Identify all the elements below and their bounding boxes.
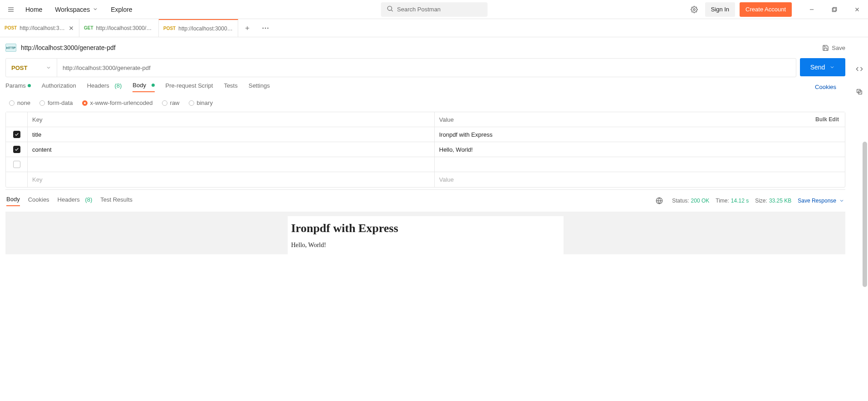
settings-icon[interactable] bbox=[688, 3, 701, 16]
send-label: Send bbox=[810, 64, 825, 71]
topbar-right: Sign In Create Account bbox=[688, 2, 863, 17]
close-icon[interactable] bbox=[68, 25, 74, 31]
more-tabs-icon[interactable] bbox=[256, 19, 275, 37]
tab-tests[interactable]: Tests bbox=[224, 82, 237, 92]
tab-headers[interactable]: Headers (8) bbox=[87, 82, 122, 92]
kv-key-placeholder[interactable]: Key bbox=[28, 172, 435, 187]
resp-tab-tests[interactable]: Test Results bbox=[100, 196, 132, 206]
tab-settings[interactable]: Settings bbox=[249, 82, 270, 92]
time-badge: Time:14.12 s bbox=[716, 198, 749, 204]
tab-authorization[interactable]: Authorization bbox=[42, 82, 76, 92]
save-label: Save bbox=[832, 45, 845, 51]
chevron-down-icon bbox=[829, 64, 835, 70]
scrollbar[interactable] bbox=[863, 142, 867, 287]
table-row-new: Key Value bbox=[6, 172, 845, 187]
nav-workspaces-label: Workspaces bbox=[55, 6, 90, 13]
kv-value-input[interactable]: Ironpdf with Express bbox=[435, 127, 845, 142]
svg-point-16 bbox=[265, 27, 266, 29]
kv-key-input[interactable] bbox=[28, 157, 435, 172]
bulk-edit-button[interactable]: Bulk Edit bbox=[811, 112, 845, 127]
minimize-icon[interactable] bbox=[805, 3, 818, 16]
kv-value-placeholder[interactable]: Value bbox=[435, 172, 845, 187]
kv-header-row: Key Value Bulk Edit bbox=[6, 112, 845, 127]
svg-rect-7 bbox=[833, 7, 837, 11]
method-select[interactable]: POST bbox=[6, 59, 57, 77]
tab-method: POST bbox=[163, 26, 176, 31]
table-row: title Ironpdf with Express bbox=[6, 127, 845, 142]
globe-icon[interactable] bbox=[653, 194, 666, 207]
search-input[interactable]: Search Postman bbox=[381, 2, 487, 17]
checkbox-unchecked-icon[interactable] bbox=[13, 161, 20, 168]
hamburger-menu[interactable] bbox=[5, 3, 17, 16]
url-input[interactable]: http://localhost:3000/generate-pdf bbox=[57, 59, 796, 77]
chevron-down-icon bbox=[46, 65, 51, 70]
body-type-formdata[interactable]: form-data bbox=[39, 99, 73, 106]
status-dot-icon bbox=[28, 84, 31, 87]
tab-label: http://localhost:3000 bbox=[20, 25, 65, 31]
body-type-row: none form-data x-www-form-urlencoded raw… bbox=[5, 95, 845, 112]
save-button[interactable]: Save bbox=[822, 45, 845, 51]
svg-rect-8 bbox=[832, 8, 836, 12]
sign-in-button[interactable]: Sign In bbox=[705, 2, 735, 17]
search-icon bbox=[386, 5, 393, 14]
kv-value-input[interactable]: Hello, World! bbox=[435, 142, 845, 157]
response-body-viewer[interactable]: Ironpdf with Express Hello, World! bbox=[5, 212, 845, 254]
pdf-heading: Ironpdf with Express bbox=[291, 222, 560, 235]
copy-icon[interactable] bbox=[853, 85, 866, 98]
body-type-none[interactable]: none bbox=[9, 99, 30, 106]
status-badge: Status:200 OK bbox=[672, 198, 709, 204]
response-subtabs: Body Cookies Headers (8) Test Results St… bbox=[5, 190, 845, 212]
cookies-link[interactable]: Cookies bbox=[815, 84, 836, 90]
nav-home[interactable]: Home bbox=[21, 3, 47, 16]
radio-checked-icon bbox=[82, 100, 88, 106]
maximize-icon[interactable] bbox=[828, 3, 841, 16]
code-snippet-icon[interactable] bbox=[853, 63, 866, 75]
kv-key-input[interactable]: title bbox=[28, 127, 435, 142]
request-tab-0[interactable]: POST http://localhost:3000 bbox=[0, 19, 79, 37]
checkbox-checked-icon[interactable] bbox=[13, 146, 20, 153]
table-row bbox=[6, 157, 845, 172]
kv-value-header: Value bbox=[435, 112, 811, 127]
save-response-button[interactable]: Save Response bbox=[798, 198, 844, 204]
pdf-preview-page: Ironpdf with Express Hello, World! bbox=[288, 216, 564, 254]
resp-tab-headers[interactable]: Headers (8) bbox=[58, 196, 93, 206]
status-dot-icon bbox=[152, 84, 155, 87]
chevron-down-icon bbox=[839, 198, 844, 203]
body-type-raw[interactable]: raw bbox=[162, 99, 180, 106]
kv-table: Key Value Bulk Edit title Ironpdf with E… bbox=[5, 112, 845, 188]
radio-icon bbox=[189, 100, 194, 106]
request-tab-2[interactable]: POST http://localhost:3000/ge bbox=[159, 19, 238, 37]
close-window-icon[interactable] bbox=[851, 3, 863, 16]
request-tab-1[interactable]: GET http://localhost:3000/dow bbox=[79, 19, 159, 37]
work-area: HTTP http://localhost:3000/generate-pdf … bbox=[0, 37, 851, 254]
svg-point-17 bbox=[267, 27, 269, 29]
response-section: Body Cookies Headers (8) Test Results St… bbox=[5, 189, 845, 254]
tab-params[interactable]: Params bbox=[5, 82, 31, 92]
body-type-binary[interactable]: binary bbox=[189, 99, 213, 106]
kv-value-input[interactable] bbox=[435, 157, 845, 172]
tab-bar: POST http://localhost:3000 GET http://lo… bbox=[0, 19, 868, 37]
nav-explore[interactable]: Explore bbox=[106, 3, 137, 16]
create-account-button[interactable]: Create Account bbox=[740, 2, 792, 17]
tab-label: http://localhost:3000/dow bbox=[96, 25, 154, 31]
method-label: POST bbox=[11, 64, 27, 71]
search-placeholder: Search Postman bbox=[397, 6, 441, 13]
resp-tab-body[interactable]: Body bbox=[6, 196, 20, 206]
nav-workspaces[interactable]: Workspaces bbox=[50, 3, 103, 16]
tab-method: POST bbox=[5, 25, 17, 30]
checkbox-checked-icon[interactable] bbox=[13, 131, 20, 138]
svg-point-3 bbox=[387, 6, 392, 10]
send-button[interactable]: Send bbox=[800, 58, 845, 76]
resp-tab-cookies[interactable]: Cookies bbox=[28, 196, 49, 206]
svg-point-15 bbox=[262, 27, 264, 29]
tab-prerequest[interactable]: Pre-request Script bbox=[166, 82, 213, 92]
tab-body[interactable]: Body bbox=[132, 82, 154, 92]
add-tab-button[interactable] bbox=[238, 19, 256, 37]
radio-icon bbox=[9, 100, 15, 106]
svg-point-5 bbox=[693, 9, 695, 10]
kv-key-header: Key bbox=[28, 112, 435, 127]
body-type-xwww[interactable]: x-www-form-urlencoded bbox=[82, 99, 153, 106]
table-row: content Hello, World! bbox=[6, 142, 845, 157]
kv-key-input[interactable]: content bbox=[28, 142, 435, 157]
topbar: Home Workspaces Explore Search Postman S… bbox=[0, 0, 868, 19]
